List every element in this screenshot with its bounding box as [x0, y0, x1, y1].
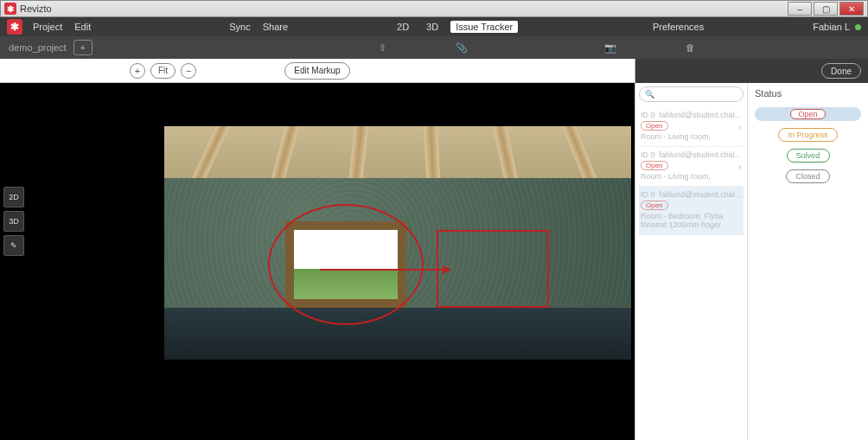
app-menubar: ✱ Project Edit Sync Share 2D 3D Issue Tr…: [0, 17, 868, 36]
edit-markup-button[interactable]: Edit Markup: [284, 62, 349, 80]
markup-ellipse[interactable]: [268, 204, 424, 325]
markup-rectangle[interactable]: [437, 230, 549, 308]
attach-icon[interactable]: 📎: [451, 37, 472, 58]
side-panel: Done 🔍 ID 0 fablund@student.chal... Open…: [635, 59, 868, 440]
done-button[interactable]: Done: [821, 63, 861, 79]
chevron-right-icon: ›: [738, 161, 742, 173]
menu-sync[interactable]: Sync: [229, 22, 250, 32]
add-button[interactable]: +: [73, 40, 93, 55]
issue-id: ID 0: [641, 150, 655, 159]
status-column: Status Open In Progress Solved Closed: [748, 83, 868, 440]
maximize-button[interactable]: ▢: [814, 2, 838, 16]
menu-share[interactable]: Share: [263, 22, 288, 32]
window-title: Revizto: [20, 3, 52, 14]
issue-status-pill: Open: [641, 121, 668, 131]
project-name: demo_project: [9, 42, 67, 53]
markup-arrow[interactable]: [320, 269, 450, 271]
issue-card[interactable]: ID 0 fablund@student.chal... Open Room -…: [639, 187, 744, 235]
app-icon: ✱: [4, 3, 16, 15]
viewer: + Fit − Edit Markup 2D 3D ✎: [0, 59, 635, 440]
tool-brush[interactable]: ✎: [3, 235, 24, 256]
issue-user: fablund@student.chal...: [660, 111, 742, 119]
fit-button[interactable]: Fit: [150, 63, 176, 79]
zoom-out-button[interactable]: −: [181, 63, 196, 79]
status-header: Status: [755, 88, 861, 99]
share-icon[interactable]: ⇧: [372, 37, 393, 58]
issue-user: fablund@student.chal...: [660, 150, 742, 159]
issue-status-pill: Open: [641, 161, 668, 170]
minimize-button[interactable]: –: [788, 2, 812, 16]
issue-location: Room - Living room,: [641, 172, 742, 181]
menu-preferences[interactable]: Preferences: [653, 22, 704, 32]
status-in-progress-button[interactable]: In Progress: [778, 128, 837, 142]
chevron-right-icon: ›: [738, 121, 742, 133]
zoom-in-button[interactable]: +: [130, 63, 145, 79]
markup-toolbar: + Fit − Edit Markup: [0, 59, 635, 83]
revizto-logo-icon: ✱: [7, 19, 22, 35]
menu-edit[interactable]: Edit: [74, 22, 91, 32]
trash-icon[interactable]: 🗑: [680, 37, 700, 58]
scene-render: [164, 126, 631, 360]
secondary-toolbar: demo_project + ⇧ 📎 📷 🗑: [0, 36, 868, 59]
issue-card[interactable]: ID 0 fablund@student.chal... Open Room -…: [639, 147, 744, 187]
issue-list: 🔍 ID 0 fablund@student.chal... Open Room…: [635, 83, 748, 440]
issue-location: Room - Bedroom. Flytta fönstret 1200mm h…: [641, 212, 742, 229]
tool-3d[interactable]: 3D: [3, 211, 24, 232]
presence-indicator-icon: [855, 24, 861, 30]
issue-id: ID 0: [641, 111, 655, 119]
viewer-tools: 2D 3D ✎: [3, 187, 24, 256]
tab-3d[interactable]: 3D: [421, 21, 444, 33]
issue-location: Room - Living room,: [641, 132, 742, 141]
status-solved-button[interactable]: Solved: [787, 149, 830, 163]
user-name[interactable]: Fabian L: [813, 22, 850, 32]
search-icon: 🔍: [645, 90, 654, 99]
issue-card[interactable]: ID 0 fablund@student.chal... Open Room -…: [639, 107, 744, 147]
tool-2d[interactable]: 2D: [3, 187, 24, 207]
os-titlebar: ✱ Revizto – ▢ ✕: [0, 0, 868, 17]
status-closed-button[interactable]: Closed: [786, 169, 829, 183]
issue-id: ID 0: [641, 190, 655, 199]
issue-status-pill: Open: [641, 201, 668, 210]
issue-user: fablund@student.chal...: [660, 190, 742, 199]
camera-icon[interactable]: 📷: [600, 37, 621, 58]
status-open-button[interactable]: Open: [755, 107, 861, 121]
search-input[interactable]: 🔍: [639, 86, 744, 102]
tab-2d[interactable]: 2D: [392, 21, 414, 33]
viewer-canvas[interactable]: 2D 3D ✎: [0, 83, 635, 440]
tab-issue-tracker[interactable]: Issue Tracker: [450, 21, 518, 33]
close-button[interactable]: ✕: [839, 2, 864, 16]
menu-project[interactable]: Project: [33, 22, 62, 32]
